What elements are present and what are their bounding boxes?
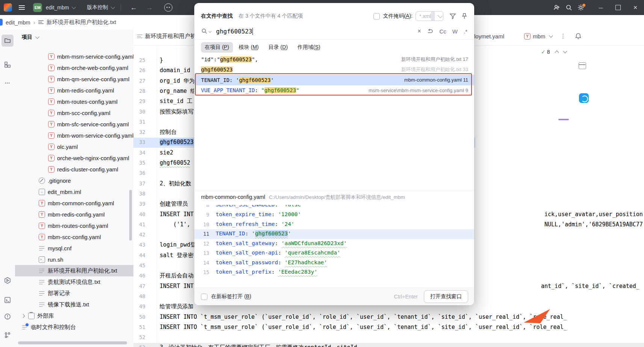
tree-item[interactable]: Yorche-web-nginx-config.yaml	[15, 152, 133, 164]
tree-item[interactable]: Ymbm-redis-config.yaml	[15, 209, 133, 220]
tree-vertical-scrollbar[interactable]	[129, 190, 132, 241]
open-find-window-button[interactable]: 打开查找窗口	[424, 290, 468, 303]
tree-item[interactable]: Ymbm-sfc-service-config.yaml	[15, 118, 133, 130]
clear-search-icon[interactable]: ×	[417, 28, 421, 35]
file-mask-combo[interactable]: *.xml	[416, 11, 443, 21]
yaml-file-icon: Y	[48, 65, 54, 71]
whole-words-toggle[interactable]: W	[452, 28, 458, 35]
terminal-tool-button[interactable]	[2, 294, 14, 306]
tree-item[interactable]: 镜像下载推送.txt	[15, 299, 133, 310]
tree-item-label: 部署记录	[48, 290, 70, 297]
tree-item-label: mbm-routes-config.yaml	[48, 223, 108, 229]
code-text: ghgf60052	[160, 159, 190, 166]
code-line: 533、设计器初始化，有工厂的需要绑定到工厂，按需要修改renterId，sit…	[133, 343, 644, 347]
match-case-toggle[interactable]: Cc	[439, 28, 446, 35]
tree-item[interactable]: Ymbm-common-config.yaml	[15, 197, 133, 209]
maximize-button[interactable]	[609, 0, 627, 15]
search-input[interactable]: ghgf600523	[216, 28, 252, 35]
minimize-button[interactable]: ─	[592, 0, 609, 15]
tree-item[interactable]: Ymbm-orche-web-config.yaml	[15, 62, 133, 73]
tree-item[interactable]: Ymbm-wom-service-config.yaml	[15, 130, 133, 141]
run-widget-button[interactable]	[162, 2, 174, 14]
search-result-row[interactable]: "id":"ghgf600523",新环境开租和用户初始化.txt 17	[194, 54, 474, 65]
pin-icon[interactable]	[461, 13, 467, 20]
tree-item[interactable]: >_run.sh	[15, 254, 133, 265]
split-editor-tab[interactable]: Y mbm ⋮	[524, 33, 566, 39]
regex-toggle[interactable]: .*	[464, 28, 467, 35]
tree-item-label: mbm-routes-config.yaml	[57, 98, 118, 105]
tree-item[interactable]: Ymbm-routes-config.yaml	[15, 220, 133, 231]
scope-tab[interactable]: 作用域(S)	[294, 42, 324, 53]
add-user-icon	[553, 4, 560, 11]
tree-item[interactable]: Ymbm-scc-config.yaml	[15, 231, 133, 242]
prev-problem-icon[interactable]	[555, 50, 559, 55]
project-widget[interactable]: edit_mbm	[46, 5, 69, 11]
tree-item-label: 临时文件和控制台	[31, 324, 76, 331]
notifications-button[interactable]	[574, 32, 582, 40]
search-everywhere-button[interactable]	[563, 2, 575, 14]
tree-item[interactable]: Ymbm-qm-service-config.yaml	[15, 73, 133, 85]
line-number: 25	[133, 57, 145, 63]
chevron-right-icon[interactable]	[21, 314, 25, 318]
project-panel-header[interactable]: 项目	[22, 34, 41, 41]
scope-tab[interactable]: 在项目 (P)	[201, 42, 233, 53]
more-tool-windows-button[interactable]: …	[2, 75, 14, 87]
tree-item[interactable]: ▫edit_mbm.iml	[15, 186, 133, 197]
search-result-row[interactable]: TENANT_ID: 'ghgf600523'mbm-common-config…	[194, 75, 474, 85]
search-result-row[interactable]: VUE_APP_TENANT_ID: "ghgf600523"msm-servi…	[194, 85, 474, 96]
replace-toggle-icon[interactable]	[427, 29, 433, 34]
filter-icon[interactable]	[449, 13, 456, 20]
code-fragment: ick,user_avatar,user_position	[544, 211, 643, 218]
tree-item[interactable]: 部署记录	[15, 288, 133, 299]
tree-item[interactable]: 临时文件和控制台	[15, 321, 133, 333]
project-tool-button[interactable]	[2, 35, 14, 47]
next-problem-icon[interactable]	[563, 49, 567, 53]
tree-item[interactable]: Ymbm-redis-config.yaml	[15, 85, 133, 96]
editor-tab-fragment[interactable]: loymet.yaml	[474, 33, 504, 39]
tree-item[interactable]: mysql.cnf	[15, 242, 133, 254]
yaml-file-icon: Y	[39, 200, 45, 206]
tree-item[interactable]: Ymbm-routes-config.yaml	[15, 96, 133, 107]
scope-tab[interactable]: 模块 (M)	[235, 42, 263, 53]
search-history-chevron-icon[interactable]	[209, 30, 212, 33]
main-menu-button[interactable]	[16, 2, 28, 14]
breadcrumb-project[interactable]: edit_mbm	[6, 19, 30, 26]
editor-tab[interactable]: 新环境开租和用户初始化.txt	[137, 33, 194, 40]
open-in-new-tab-checkbox[interactable]	[201, 294, 207, 300]
run-tool-button[interactable]	[2, 274, 14, 286]
settings-button[interactable]	[575, 2, 587, 14]
breadcrumb-separator: ›	[33, 19, 35, 26]
tree-item[interactable]: Yolc.yaml	[15, 141, 133, 152]
vcs-widget[interactable]: 版本控制	[87, 4, 108, 11]
tree-item-label: mbm-msm-service-config.yaml	[57, 53, 134, 60]
inspections-widget[interactable]: ✓ 8	[541, 49, 567, 55]
tab-options-icon[interactable]: ⋮	[560, 33, 566, 39]
tree-horizontal-scrollbar[interactable]	[18, 341, 127, 344]
preview-line-number: 8	[200, 205, 209, 208]
right-rail-tool-icon[interactable]	[579, 62, 586, 69]
problems-tool-button[interactable]	[2, 311, 14, 323]
close-button[interactable]: ×	[627, 0, 644, 15]
code-with-me-button[interactable]	[551, 2, 563, 14]
tree-item[interactable]: Ymbm-scc-config.yaml	[15, 107, 133, 118]
result-file-label: 新环境开租和用户初始化.txt 17	[401, 56, 468, 63]
tree-item[interactable]: 外部库	[15, 310, 133, 321]
structure-tool-button[interactable]	[2, 59, 14, 71]
tree-item[interactable]: Yredis-cluster-config.yaml	[15, 164, 133, 175]
tree-item[interactable]: 新环境开租和用户初始化.txt	[15, 265, 133, 276]
line-number: 32	[133, 129, 145, 135]
version-control-tool-button[interactable]	[2, 329, 14, 341]
scope-tab[interactable]: 目录 (D)	[265, 42, 291, 53]
tree-item[interactable]: .gitignore	[15, 175, 133, 186]
result-snippet: TENANT_ID: 'ghgf600523'	[201, 77, 274, 83]
tree-item-label: mbm-common-config.yaml	[48, 200, 114, 206]
preview-code: 8SERVER_SSL_ENABLED: 'false9token_expire…	[194, 205, 474, 277]
back-button[interactable]: ←	[125, 4, 141, 12]
breadcrumb-file[interactable]: 新环境开租和用户初始化.txt	[47, 19, 116, 26]
tree-item[interactable]: 贵航测试环境信息.txt	[15, 276, 133, 288]
forward-button[interactable]: →	[141, 4, 157, 12]
plugin-tool-icon[interactable]	[579, 93, 589, 103]
tree-item[interactable]: Ymbm-msm-service-config.yaml	[15, 51, 133, 62]
search-result-row[interactable]: ghgf600523新环境开租和用户初始化.txt 33	[194, 65, 474, 75]
file-mask-checkbox[interactable]	[373, 13, 380, 20]
